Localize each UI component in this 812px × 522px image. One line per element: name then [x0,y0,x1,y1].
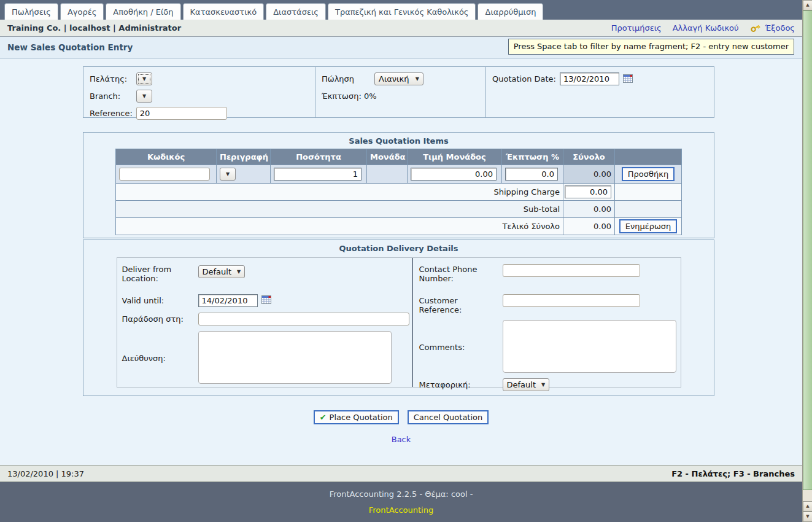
calendar-icon[interactable] [623,74,633,84]
quotation-date-input[interactable] [560,72,619,85]
deliver-from-select[interactable]: Default▼ [198,265,245,278]
change-password-link[interactable]: Αλλαγή Κωδικού [673,23,739,33]
chevron-down-icon: ▼ [142,93,146,99]
customer-select[interactable]: ▼ [136,72,152,85]
shipping-row: Shipping Charge [116,184,682,201]
col-total: Σύνολο [563,149,615,165]
delivery-section-title: Quotation Delivery Details [83,244,714,253]
subtotal-value: 0.00 [563,201,615,218]
status-hotkeys: F2 - Πελάτες; F3 - Branches [671,469,795,478]
tab-items-inventory[interactable]: Αποθήκη / Είδη [106,3,180,20]
final-total-value: 0.00 [563,218,615,235]
phone-label: Contact Phone Number: [419,263,503,289]
chevron-down-icon: ▼ [416,76,419,82]
col-actions [615,149,682,165]
col-description: Περιγραφή [217,149,271,165]
col-code: Κωδικός [116,149,217,165]
col-discount: Έκπτωση % [502,149,563,165]
company-context: Training Co. | localhost | Administrator [7,23,181,33]
delivery-to-input[interactable] [198,313,409,325]
frontaccounting-link[interactable]: FrontAccounting [369,505,433,515]
quotation-header-form: Πελάτης: ▼ Branch: ▼ Reference: Πώληση Λ… [83,66,714,118]
sale-type-select[interactable]: Λιανική▼ [374,72,423,85]
preferences-link[interactable]: Προτιμήσεις [611,23,662,33]
header-bar: Training Co. | localhost | Administrator… [0,20,802,37]
chevron-down-icon: ▼ [541,382,545,388]
comments-textarea[interactable] [503,320,676,373]
update-button[interactable]: Ενημέρωση [619,219,678,233]
version-text: FrontAccounting 2.2.5 - Θέμα: cool - [330,489,473,499]
shipping-input[interactable] [565,185,611,198]
tab-manufacturing[interactable]: Κατασκευαστικό [183,3,265,20]
item-code-input[interactable] [119,168,210,181]
comments-label: Comments: [419,341,503,352]
scroll-down-button[interactable]: ▼ [803,512,812,522]
chevron-down-icon: ▼ [142,76,146,82]
chevron-down-icon: ▼ [226,171,230,177]
vertical-scrollbar[interactable]: ▲ ▲ ▼ [802,0,812,522]
item-qty-input[interactable] [274,168,362,181]
calendar-icon[interactable] [261,295,272,305]
valid-until-label: Valid until: [122,294,198,307]
tab-purchases[interactable]: Αγορές [60,3,104,20]
reference-label: Reference: [90,109,133,118]
shipper-select[interactable]: Default▼ [503,378,549,391]
branch-select[interactable]: ▼ [136,90,152,103]
item-total-value: 0.00 [563,165,615,184]
deliver-from-label: Deliver from Location: [122,263,198,289]
col-unit: Μονάδα [367,149,408,165]
place-quotation-button[interactable]: ✔Place Quotation [314,410,399,424]
scroll-up-button[interactable]: ▲ [803,0,812,10]
status-bar: 13/02/2010 | 19:37 F2 - Πελάτες; F3 - Br… [0,465,802,482]
shipping-label: Shipping Charge [116,184,563,201]
title-bar: New Sales Quotation Entry Press Space ta… [0,37,802,59]
discount-label: Έκπτωση: 0% [322,92,377,101]
frontaccounting-window: Πωλήσεις Αγορές Αποθήκη / Είδη Κατασκευα… [0,0,802,522]
final-total-row: Τελικό Σύνολο 0.00 Ενημέρωση [116,218,682,235]
item-entry-row: ▼ 0.00 Προσθήκη [116,165,682,184]
address-label: Διεύθυνση: [122,352,198,363]
scrollbar-thumb[interactable] [803,10,812,490]
back-link[interactable]: Back [392,435,411,444]
sale-type-label: Πώληση [322,74,374,84]
main-menu-tabbar: Πωλήσεις Αγορές Αποθήκη / Είδη Κατασκευα… [0,0,802,20]
valid-until-input[interactable] [198,294,258,307]
col-unit-price: Τιμή Μονάδος [408,149,502,165]
customer-ref-label: Customer Reference: [419,294,503,314]
key-icon [750,24,760,33]
tab-setup[interactable]: Διαρρύθμιση [478,3,543,20]
tab-sales[interactable]: Πωλήσεις [4,3,58,20]
hint-message: Press Space tab to filter by name fragme… [508,39,794,55]
tab-banking-gl[interactable]: Τραπεζική και Γενικός Καθολικός [328,3,476,20]
customer-ref-input[interactable] [503,294,640,307]
subtotal-label: Sub-total [116,201,563,218]
item-discount-input[interactable] [505,168,558,181]
cancel-quotation-button[interactable]: Cancel Quotation [408,410,489,424]
items-section-title: Sales Quotation Items [83,136,714,146]
scroll-up-button-bottom[interactable]: ▲ [803,501,812,512]
chevron-down-icon: ▼ [237,269,241,275]
quotation-delivery-section: Quotation Delivery Details Deliver from … [83,240,714,396]
app-footer: FrontAccounting 2.2.5 - Θέμα: cool - Fro… [0,482,802,522]
form-actions: ✔Place Quotation Cancel Quotation [0,410,802,424]
phone-input[interactable] [503,264,640,277]
final-total-label: Τελικό Σύνολο [116,218,563,235]
item-description-select[interactable]: ▼ [220,168,236,181]
subtotal-row: Sub-total 0.00 [116,201,682,218]
page-content: Πελάτης: ▼ Branch: ▼ Reference: Πώληση Λ… [0,59,802,465]
sales-quotation-items-section: Sales Quotation Items Κωδικός Περιγραφή … [83,132,714,238]
address-textarea[interactable] [198,331,392,384]
reference-input[interactable] [136,107,227,120]
item-price-input[interactable] [411,168,497,181]
tab-dimensions[interactable]: Διαστάσεις [266,3,326,20]
status-datetime: 13/02/2010 | 19:37 [7,469,84,478]
delivery-form: Deliver from Location: Default▼ Valid un… [117,257,681,388]
add-item-button[interactable]: Προσθήκη [622,167,675,181]
shipper-label: Μεταφορική: [419,378,503,391]
branch-label: Branch: [90,92,136,101]
logout-link[interactable]: Έξοδος [765,23,795,33]
items-table: Κωδικός Περιγραφή Ποσότητα Μονάδα Τιμή Μ… [115,149,682,235]
col-quantity: Ποσότητα [271,149,367,165]
quotation-date-label: Quotation Date: [492,74,556,84]
page-title: New Sales Quotation Entry [7,42,133,52]
